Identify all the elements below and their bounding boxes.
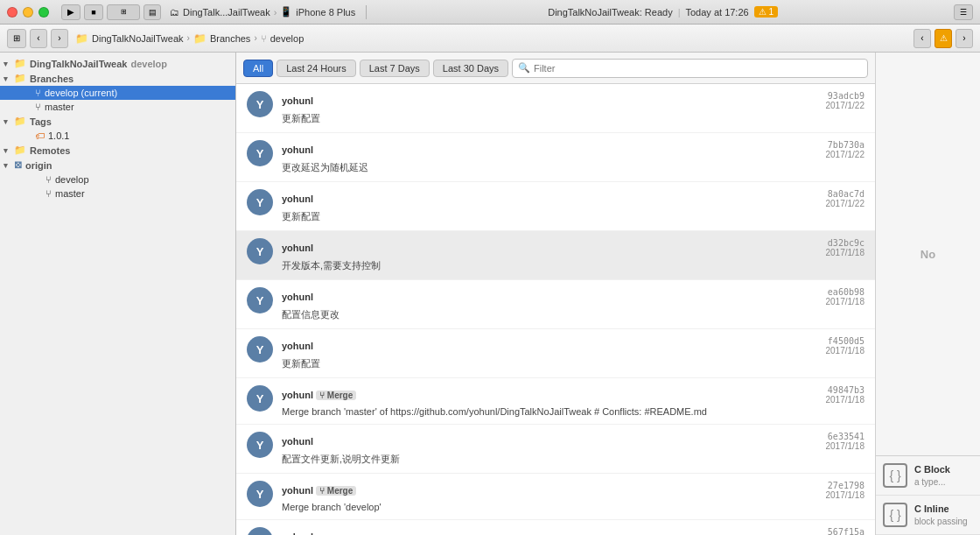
next-button[interactable]: ›: [956, 29, 973, 48]
warning-button[interactable]: ⚠: [934, 29, 952, 48]
filter-7d-button[interactable]: Last 7 Days: [360, 60, 430, 77]
tag-label: 1.0.1: [48, 130, 69, 141]
right-panel-items: { }C Blocka type...{ }C Inlineblock pass…: [876, 456, 980, 535]
origin-label: origin: [25, 160, 52, 171]
commit-hash: 8a0ac7d: [828, 189, 864, 199]
maximize-button[interactable]: [38, 7, 49, 18]
commit-date: 2017/1/22: [826, 101, 865, 110]
commit-row[interactable]: Yyohunl⑂ Merge49847b32017/1/18Merge bran…: [236, 378, 875, 425]
scheme-button[interactable]: ⊞: [107, 4, 140, 20]
build-status: DingTalkNoJailTweak: Ready | Today at 17…: [377, 6, 948, 18]
destination-button[interactable]: ▤: [144, 4, 161, 20]
remotes-toggle-icon: ▾: [4, 146, 14, 155]
origin-develop-icon: ⑂: [46, 174, 52, 185]
commit-message: 更改延迟为随机延迟: [282, 161, 864, 174]
sidebar-item-develop[interactable]: ⑂ develop (current): [0, 86, 235, 100]
filter-30d-button[interactable]: Last 30 Days: [433, 60, 508, 77]
commit-row[interactable]: Yyohunld32bc9c2017/1/18开发版本,需要支持控制: [236, 231, 875, 280]
alert-badge[interactable]: ⚠ 1: [754, 6, 778, 18]
commit-date: 2017/1/22: [826, 150, 865, 159]
tags-label: Tags: [30, 116, 52, 127]
root-toggle-icon: ▾: [4, 60, 14, 68]
c-block-icon: { }: [883, 463, 907, 488]
develop-branch-icon: ⑂: [35, 88, 41, 98]
filter-all-button[interactable]: All: [243, 60, 273, 77]
breadcrumb-project: DingTalkNoJailTweak: [92, 33, 184, 44]
folder-icon-2: 📁: [193, 32, 206, 45]
commit-row[interactable]: Yyohunl7bb730a2017/1/22更改延迟为随机延迟: [236, 133, 875, 182]
merge-tag: ⑂ Merge: [316, 391, 356, 400]
commit-row[interactable]: Yyohunlf4500d52017/1/18更新配置: [236, 329, 875, 378]
minimize-button[interactable]: [23, 7, 33, 18]
prev-button[interactable]: ‹: [914, 29, 931, 48]
sidebar-item-tags[interactable]: ▾ 📁 Tags: [0, 114, 235, 129]
right-panel: No { }C Blocka type...{ }C Inlineblock p…: [875, 53, 980, 535]
commit-author: yohunl: [282, 95, 313, 106]
commit-avatar: Y: [247, 140, 273, 166]
commit-date: 2017/1/18: [826, 395, 865, 405]
breadcrumb-develop: develop: [270, 33, 304, 44]
c-inline-subtitle: block passing: [914, 516, 968, 527]
right-panel-item-c-block[interactable]: { }C Blocka type...: [876, 456, 980, 496]
root-label: DingTalkNoJailTweak: [30, 59, 127, 69]
commit-avatar: Y: [247, 385, 273, 412]
commit-row[interactable]: Yyohunlea60b982017/1/18配置信息更改: [236, 280, 875, 329]
commit-avatar: Y: [247, 91, 273, 117]
commit-hash: 567f15a: [828, 527, 864, 535]
sidebar-item-origin[interactable]: ▾ ⊠ origin: [0, 158, 235, 172]
commit-author: yohunl⑂ Merge: [282, 485, 359, 496]
play-button[interactable]: ▶: [61, 4, 80, 20]
device-name: iPhone 8 Plus: [296, 7, 355, 18]
commit-author: yohunl: [282, 194, 313, 204]
commit-row[interactable]: Yyohunl93adcb92017/1/22更新配置: [236, 84, 875, 133]
origin-master-label: master: [55, 188, 85, 199]
c-inline-title: C Inline: [914, 503, 968, 515]
right-nav-buttons: ‹ ⚠ ›: [914, 29, 973, 48]
traffic-lights: [7, 7, 49, 18]
commit-avatar: Y: [247, 481, 273, 507]
grid-view-button[interactable]: ⊞: [7, 29, 26, 48]
sidebar-item-master[interactable]: ⑂ master: [0, 100, 235, 114]
sidebar-root[interactable]: ▾ 📁 DingTalkNoJailTweak develop: [0, 56, 235, 71]
sidebar-item-origin-master[interactable]: ⑂ master: [0, 187, 235, 201]
sidebar-item-tag-101[interactable]: 🏷 1.0.1: [0, 129, 235, 143]
commit-avatar: Y: [247, 238, 273, 264]
commit-date: 2017/1/18: [826, 248, 865, 257]
origin-develop-label: develop: [55, 174, 89, 185]
commit-row[interactable]: Yyohunl567f15a2017/1/18初始化: [236, 520, 875, 535]
sidebar-item-remotes[interactable]: ▾ 📁 Remotes: [0, 143, 235, 158]
filter-bar: All Last 24 Hours Last 7 Days Last 30 Da…: [236, 53, 875, 84]
right-panel-item-c-inline[interactable]: { }C Inlineblock passing: [876, 496, 980, 535]
branches-folder-icon: 📁: [14, 73, 26, 84]
project-title: 🗂 DingTalk...JailTweak › 📱 iPhone 8 Plus: [170, 6, 355, 18]
commit-date: 2017/1/22: [826, 199, 865, 208]
commit-message: 更新配置: [282, 357, 864, 370]
commit-date: 2017/1/18: [826, 441, 865, 451]
commit-row[interactable]: Yyohunl8a0ac7d2017/1/22更新配置: [236, 182, 875, 231]
filter-search-input[interactable]: [512, 59, 868, 78]
tag-icon: 🏷: [35, 130, 45, 141]
back-button[interactable]: ‹: [30, 29, 47, 48]
commit-message: Merge branch 'develop': [282, 502, 864, 512]
playback-controls: ▶ ■ ⊞ ▤: [61, 4, 161, 20]
close-button[interactable]: [7, 7, 18, 18]
filter-24h-button[interactable]: Last 24 Hours: [276, 60, 355, 77]
commit-hash: d32bc9c: [828, 238, 864, 248]
sidebar-item-origin-develop[interactable]: ⑂ develop: [0, 172, 235, 187]
sidebar-toggle-button[interactable]: ☰: [954, 4, 973, 20]
commit-row[interactable]: Yyohunl⑂ Merge27e17982017/1/18Merge bran…: [236, 474, 875, 520]
stop-button[interactable]: ■: [84, 4, 103, 20]
forward-button[interactable]: ›: [51, 29, 68, 48]
breadcrumb-branch-icon: ⑂: [261, 33, 267, 44]
commit-row[interactable]: Yyohunl6e335412017/1/18配置文件更新,说明文件更新: [236, 425, 875, 474]
commit-author: yohunl: [282, 531, 313, 535]
sidebar-item-branches[interactable]: ▾ 📁 Branches: [0, 71, 235, 86]
commit-date: 2017/1/18: [826, 490, 865, 500]
right-panel-empty: No: [876, 53, 980, 456]
tags-folder-icon: 📁: [14, 116, 26, 127]
root-folder-icon: 📁: [14, 58, 26, 69]
root-branch-label: develop: [130, 59, 167, 69]
commit-hash: ea60b98: [828, 287, 864, 297]
commit-author: yohunl: [282, 341, 313, 351]
remotes-folder-icon: 📁: [14, 144, 26, 156]
